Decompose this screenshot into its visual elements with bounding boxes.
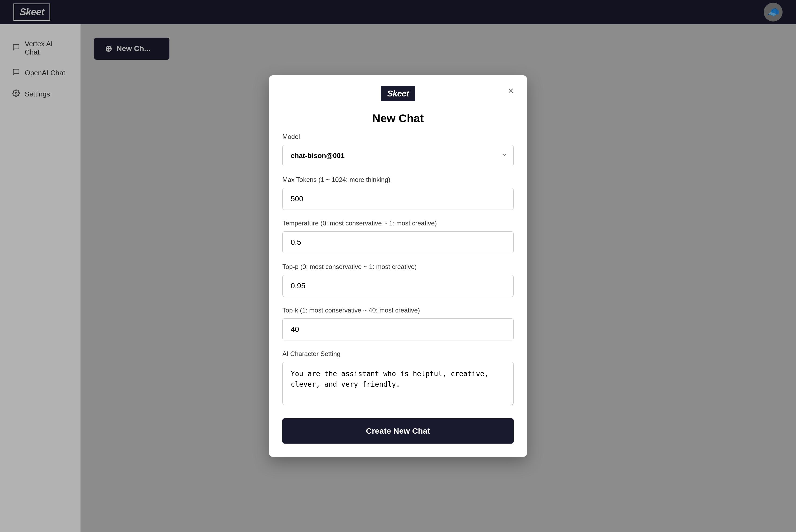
- modal-body: Model chat-bison@001 chat-bison@002 gemi…: [269, 133, 527, 457]
- max-tokens-label: Max Tokens (1 ~ 1024: more thinking): [282, 176, 514, 184]
- modal-logo: Skeet: [381, 86, 415, 101]
- ai-character-label: AI Character Setting: [282, 350, 514, 358]
- top-p-input[interactable]: [282, 275, 514, 297]
- max-tokens-form-group: Max Tokens (1 ~ 1024: more thinking): [282, 176, 514, 210]
- temperature-label: Temperature (0: most conservative ~ 1: m…: [282, 220, 514, 227]
- model-form-group: Model chat-bison@001 chat-bison@002 gemi…: [282, 133, 514, 166]
- top-p-label: Top-p (0: most conservative ~ 1: most cr…: [282, 263, 514, 270]
- modal-close-button[interactable]: ×: [508, 86, 514, 96]
- top-p-form-group: Top-p (0: most conservative ~ 1: most cr…: [282, 263, 514, 297]
- max-tokens-input[interactable]: [282, 188, 514, 210]
- model-select-wrapper: chat-bison@001 chat-bison@002 gemini-pro: [282, 145, 514, 166]
- modal: Skeet × New Chat Model chat-bison@001 ch…: [269, 75, 527, 457]
- modal-title: New Chat: [269, 107, 527, 133]
- create-new-chat-button[interactable]: Create New Chat: [282, 418, 514, 443]
- temperature-input[interactable]: [282, 231, 514, 253]
- ai-character-form-group: AI Character Setting You are the assista…: [282, 350, 514, 406]
- modal-header: Skeet ×: [269, 75, 527, 107]
- model-select[interactable]: chat-bison@001 chat-bison@002 gemini-pro: [282, 145, 514, 166]
- modal-overlay[interactable]: Skeet × New Chat Model chat-bison@001 ch…: [0, 0, 796, 532]
- top-k-label: Top-k (1: most conservative ~ 40: most c…: [282, 307, 514, 314]
- top-k-input[interactable]: [282, 318, 514, 340]
- ai-character-textarea[interactable]: You are the assistant who is helpful, cr…: [282, 362, 514, 405]
- top-k-form-group: Top-k (1: most conservative ~ 40: most c…: [282, 307, 514, 340]
- model-label: Model: [282, 133, 514, 140]
- temperature-form-group: Temperature (0: most conservative ~ 1: m…: [282, 220, 514, 253]
